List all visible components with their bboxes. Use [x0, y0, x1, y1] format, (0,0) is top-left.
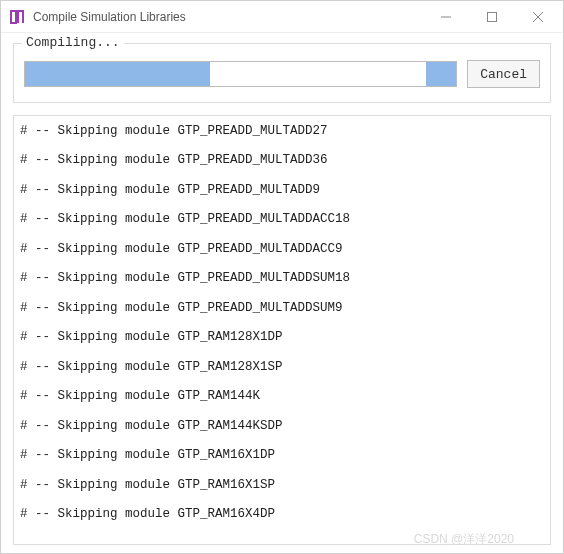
svg-rect-2 [488, 12, 497, 21]
log-line: # -- Skipping module GTP_PREADD_MULTADDA… [20, 241, 544, 259]
log-line: # -- Skipping module GTP_PREADD_MULTADDA… [20, 211, 544, 229]
log-line: # -- Skipping module GTP_PREADD_MULTADDS… [20, 270, 544, 288]
client-area: Compiling... Cancel # -- Skipping module… [1, 33, 563, 553]
cancel-button[interactable]: Cancel [467, 60, 540, 88]
log-line: # -- Skipping module GTP_RAM128X1DP [20, 329, 544, 347]
log-line: # -- Skipping module GTP_RAM16X1SP [20, 477, 544, 495]
close-button[interactable] [515, 2, 561, 32]
progress-groupbox: Compiling... Cancel [13, 43, 551, 103]
log-line: # -- Skipping module GTP_RAM16X1DP [20, 447, 544, 465]
log-line: # -- Skipping module GTP_RAM144KSDP [20, 418, 544, 436]
minimize-button[interactable] [423, 2, 469, 32]
log-line: # -- Skipping module GTP_PREADD_MULTADD2… [20, 123, 544, 141]
log-line: # -- Skipping module GTP_PREADD_MULTADDS… [20, 300, 544, 318]
svg-rect-0 [11, 11, 16, 23]
log-output[interactable]: # -- Skipping module GTP_PREADD_MULTADD1… [13, 115, 551, 545]
window-controls [423, 2, 561, 32]
window-title: Compile Simulation Libraries [33, 10, 423, 24]
log-line: # -- Skipping module GTP_PREADD_MULTADD3… [20, 152, 544, 170]
maximize-button[interactable] [469, 2, 515, 32]
dialog-window: Compile Simulation Libraries Compiling..… [0, 0, 564, 554]
app-icon [9, 9, 25, 25]
log-line: # -- Skipping module GTP_RAM144K [20, 388, 544, 406]
title-bar: Compile Simulation Libraries [1, 1, 563, 33]
progress-fill-primary [25, 62, 210, 86]
log-line: # -- Skipping module GTP_PREADD_MULTADD9 [20, 182, 544, 200]
progress-fill-secondary [426, 62, 456, 86]
log-line: # -- Skipping module GTP_RAM16X4DP [20, 506, 544, 524]
log-line: # -- Skipping module GTP_RAM128X1SP [20, 359, 544, 377]
progress-bar [24, 61, 457, 87]
groupbox-label: Compiling... [22, 35, 124, 50]
